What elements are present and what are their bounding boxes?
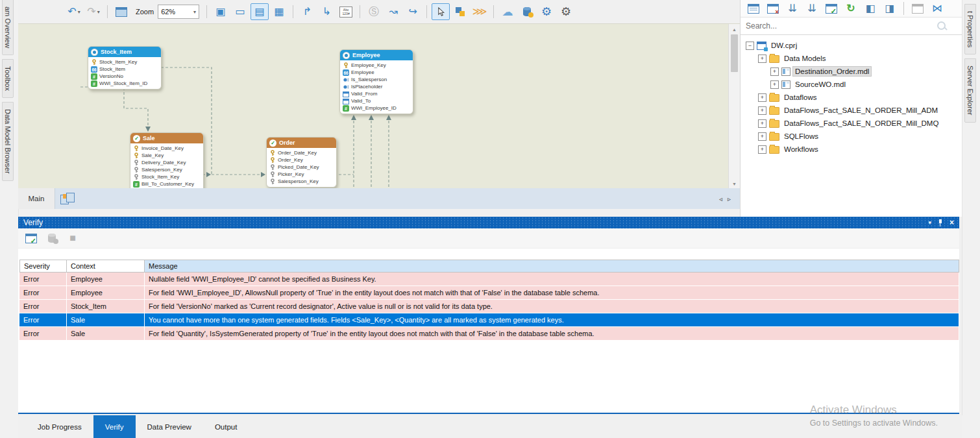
- column-header-context[interactable]: Context: [67, 260, 145, 273]
- tree-expander-icon[interactable]: +: [758, 93, 766, 102]
- table-row[interactable]: ErrorStock_ItemFor field 'VersionNo' mar…: [19, 300, 959, 313]
- entity-field[interactable]: Sale_Key: [130, 152, 203, 159]
- tree-expander-icon[interactable]: +: [758, 145, 766, 154]
- search-box[interactable]: [741, 17, 962, 35]
- import-schema-icon[interactable]: ⇊: [803, 0, 821, 17]
- entity-field[interactable]: Invoice_Date_Key: [130, 145, 203, 152]
- tree-expander-icon[interactable]: +: [758, 55, 766, 63]
- entity-field[interactable]: WWI_Employee_ID: [340, 104, 413, 112]
- cloud-deploy-icon[interactable]: ☁: [498, 3, 517, 20]
- options-icon[interactable]: ⚙: [557, 3, 575, 20]
- scroll-thumb[interactable]: [731, 34, 738, 72]
- canvas-vertical-scrollbar[interactable]: ▲ ▼: [728, 24, 740, 189]
- entity-field[interactable]: Stock_Item: [88, 66, 161, 73]
- entity-field[interactable]: Salesperson_Key: [267, 178, 336, 185]
- entity-header[interactable]: ✓Sale: [130, 133, 203, 143]
- tab-main[interactable]: Main: [18, 188, 55, 209]
- table-row[interactable]: ErrorSaleYou cannot have more than one s…: [19, 313, 959, 327]
- diagram-overview-icon[interactable]: [112, 3, 130, 20]
- entity-field[interactable]: Delivery_Date_Key: [130, 159, 203, 166]
- table-row[interactable]: ErrorEmployeeFor field 'WWI_Employee_ID'…: [19, 286, 959, 300]
- entity-field[interactable]: Employee_Key: [340, 62, 413, 69]
- layout-left-icon[interactable]: ◧: [861, 0, 879, 17]
- close-icon[interactable]: ×: [949, 218, 954, 227]
- connector-curved-icon[interactable]: ↝: [384, 3, 402, 20]
- tree-item-workflows[interactable]: +Workflows: [741, 143, 962, 156]
- tree-expander-icon[interactable]: +: [758, 119, 766, 128]
- tree-expander-icon[interactable]: +: [758, 106, 766, 115]
- entity-view-compact-icon[interactable]: ▣: [212, 3, 230, 20]
- tree-expander-icon[interactable]: +: [770, 80, 779, 89]
- stop-icon[interactable]: ■: [64, 230, 82, 247]
- bottom-tab-verify[interactable]: Verify: [93, 415, 136, 438]
- sidebar-tab-server-explorer[interactable]: Server Explorer: [964, 58, 976, 122]
- tree-expander-icon[interactable]: −: [746, 42, 754, 50]
- sidebar-tab-t-properties[interactable]: t Properties: [964, 4, 976, 55]
- zoom-dropdown-icon[interactable]: ▾: [193, 9, 196, 15]
- tree-item-data-models[interactable]: +Data Models: [741, 52, 962, 65]
- undo-icon[interactable]: ↶▾: [65, 3, 83, 20]
- layout-right-icon[interactable]: ◨: [881, 0, 899, 17]
- pager-right-icon[interactable]: ▹: [728, 195, 731, 202]
- sidebar-tab-data-model-browser[interactable]: Data Model Browser: [2, 102, 14, 181]
- bottom-tab-job-progress[interactable]: Job Progress: [26, 415, 93, 438]
- connector-down-icon[interactable]: ↳: [317, 3, 336, 20]
- entity-field[interactable]: IsPlaceholder: [340, 83, 413, 90]
- diagram-canvas[interactable]: ▲ ▼ Stock_ItemStock_Item_KeyStock_ItemVe…: [18, 23, 740, 189]
- column-header-message[interactable]: Message: [145, 260, 959, 273]
- relationships-icon[interactable]: ⋈: [928, 0, 946, 17]
- model-properties-icon[interactable]: [744, 0, 763, 17]
- import-fields-icon[interactable]: ⇊: [783, 0, 802, 17]
- scroll-down-icon[interactable]: ▼: [732, 178, 737, 189]
- entity-field[interactable]: Bill_To_Customer_Key: [130, 180, 203, 188]
- table-row[interactable]: ErrorEmployeeNullable field 'WWI_Employe…: [19, 273, 959, 286]
- entity-header[interactable]: ✓Order: [267, 138, 336, 148]
- zoom-select[interactable]: 62%▾: [158, 5, 199, 19]
- connector-up-icon[interactable]: ↱: [298, 3, 316, 20]
- entity-employee[interactable]: EmployeeEmployee_KeyEmployeeIs_Salespers…: [339, 49, 413, 114]
- table-row[interactable]: ErrorSaleFor field 'Quantity', IsSystemG…: [19, 327, 959, 341]
- entity-header[interactable]: Employee: [340, 50, 413, 60]
- tree-item-sqlflows[interactable]: +SQLFlows: [741, 130, 962, 143]
- tree-expander-icon[interactable]: +: [770, 67, 779, 76]
- search-input[interactable]: [741, 21, 939, 30]
- entity-order[interactable]: ✓OrderOrder_Date_KeyOrder_KeyPicked_Date…: [266, 137, 337, 188]
- tree-item-destination-order-mdl[interactable]: +Destination_Order.mdl: [741, 65, 962, 78]
- refresh-icon[interactable]: ↻: [842, 0, 860, 17]
- entity-header[interactable]: Stock_Item: [88, 47, 161, 57]
- entity-field[interactable]: VersionNo: [88, 73, 161, 80]
- auto-number-icon[interactable]: Ⓢ: [365, 3, 383, 20]
- entity-view-fields-icon[interactable]: ▤: [251, 3, 269, 20]
- connector-elbow-icon[interactable]: ↪: [404, 3, 422, 20]
- forward-engineer-icon[interactable]: ⋙: [471, 3, 489, 20]
- remove-object-icon[interactable]: [764, 0, 782, 17]
- tree-item-dataflows[interactable]: +Dataflows: [741, 91, 962, 104]
- pointer-tool-icon[interactable]: [432, 3, 450, 20]
- verify-title-bar[interactable]: Verify ▾ ×: [18, 217, 959, 228]
- new-tab-icon[interactable]: [909, 0, 927, 17]
- bottom-tab-output[interactable]: Output: [203, 415, 249, 438]
- deploy-icon[interactable]: [43, 230, 61, 247]
- entity-field[interactable]: Stock_Item_Key: [88, 58, 161, 66]
- entity-field[interactable]: Picker_Key: [267, 171, 336, 178]
- entity-view-title-icon[interactable]: ▭: [231, 3, 249, 20]
- pager-left-icon[interactable]: ◃: [719, 195, 722, 202]
- panel-menu-icon[interactable]: ▾: [928, 219, 931, 226]
- verify-model-icon[interactable]: [822, 0, 840, 17]
- column-header-severity[interactable]: Severity: [19, 260, 67, 273]
- entity-field[interactable]: Employee: [340, 69, 413, 76]
- entity-field[interactable]: Picked_Date_Key: [267, 164, 336, 171]
- undo-dropdown-icon[interactable]: ▾: [78, 9, 80, 15]
- tree-item-sourcewo-mdl[interactable]: +SourceWO.mdl: [741, 78, 962, 91]
- entity-field[interactable]: Valid_To: [340, 97, 413, 104]
- entity-field[interactable]: Order_Key: [267, 156, 336, 164]
- pin-icon[interactable]: [938, 219, 943, 226]
- show-datatypes-icon[interactable]: Abc123#: [337, 3, 355, 20]
- verify-run-icon[interactable]: [22, 230, 40, 247]
- bottom-tab-data-preview[interactable]: Data Preview: [136, 415, 203, 438]
- entity-field[interactable]: Order_Date_Key: [267, 149, 336, 156]
- sidebar-tab-am-overview[interactable]: am Overview: [2, 0, 14, 55]
- entity-field[interactable]: Stock_Item_Key: [130, 173, 203, 180]
- tree-item-dw-cprj[interactable]: −DW.cprj: [741, 39, 962, 52]
- entity-field[interactable]: Valid_From: [340, 90, 413, 97]
